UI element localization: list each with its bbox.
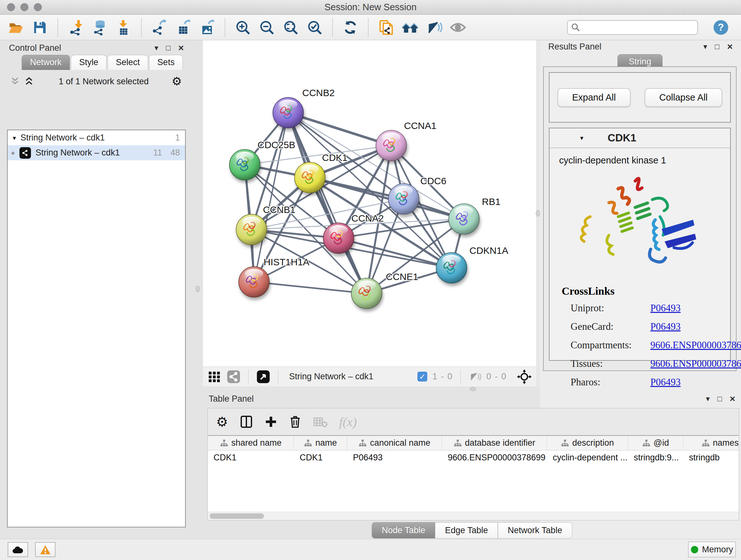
table-cell[interactable]: cyclin-dependent ...	[547, 450, 628, 465]
network-node-CDKN1A[interactable]	[436, 253, 467, 283]
collection-expand-icon[interactable]: ▾	[13, 134, 16, 142]
table-cell[interactable]: 9606.ENSP00000378699	[442, 450, 547, 465]
close-window-icon[interactable]	[7, 3, 15, 11]
network-collection-row[interactable]: ▾ String Network – cdk1 1	[8, 130, 185, 145]
export-network-icon[interactable]	[151, 19, 167, 36]
network-node-CDK1[interactable]	[294, 162, 325, 193]
results-panel-float-icon[interactable]: □	[715, 42, 720, 51]
column-header-@id[interactable]: @id	[628, 436, 683, 450]
window-controls[interactable]	[7, 3, 42, 11]
network-node-CCNA1[interactable]	[376, 130, 407, 161]
gene-expand-icon[interactable]: ▾	[580, 134, 583, 142]
table-panel-collapse-icon[interactable]: ▾	[706, 394, 710, 403]
table-cell[interactable]: P06493	[347, 450, 442, 465]
node-table[interactable]: shared namenamecanonical namedatabase id…	[208, 435, 739, 512]
network-edge[interactable]	[288, 113, 391, 145]
network-node-CCNB1[interactable]	[236, 214, 267, 245]
zoom-selected-icon[interactable]	[307, 19, 323, 36]
birds-eye-grid-icon[interactable]	[207, 370, 221, 384]
results-panel-close-icon[interactable]: ×	[727, 41, 733, 52]
search-input[interactable]	[583, 22, 694, 32]
results-panel-collapse-icon[interactable]: ▾	[703, 42, 707, 51]
network-canvas[interactable]: CCNB2CCNA1CDC25BCDK1CDC6RB1CCNB1CCNA2CDK…	[203, 40, 536, 367]
zoom-in-icon[interactable]	[234, 19, 251, 36]
crosslink-link[interactable]: P06493	[650, 376, 730, 388]
import-network-file-icon[interactable]	[67, 19, 84, 36]
crosslink-link[interactable]: 9606.ENSP00000378699	[650, 339, 741, 351]
tab-node-table[interactable]: Node Table	[372, 522, 435, 539]
table-cell[interactable]: CDK1	[294, 450, 347, 465]
string-panel-toggle-icon[interactable]	[226, 370, 241, 384]
table-settings-gear-icon[interactable]: ⚙	[216, 414, 228, 430]
minimize-window-icon[interactable]	[20, 3, 28, 11]
expand-all-button[interactable]: Expand All	[557, 88, 630, 107]
collapse-all-button[interactable]: Collapse All	[645, 88, 723, 107]
import-table-file-icon[interactable]	[115, 19, 132, 36]
tab-select[interactable]: Select	[108, 55, 148, 70]
column-header-namespace[interactable]: namespace	[683, 436, 739, 450]
table-cell[interactable]: CDK1	[208, 450, 294, 465]
tab-sets[interactable]: Sets	[149, 55, 183, 70]
cloud-button[interactable]	[8, 542, 28, 557]
show-all-eye-icon[interactable]	[450, 19, 466, 36]
open-session-icon[interactable]	[8, 19, 24, 36]
selected-checkbox-icon[interactable]: ✓	[417, 372, 427, 381]
add-column-icon[interactable]	[265, 415, 277, 428]
left-splitter-handle[interactable]	[196, 286, 200, 292]
network-row-selected[interactable]: ● String Network – cdk1 11 48	[8, 145, 185, 160]
tab-network-table[interactable]: Network Table	[498, 522, 572, 539]
memory-button[interactable]: Memory	[688, 542, 736, 557]
zoom-fit-icon[interactable]	[282, 19, 299, 36]
table-panel-float-icon[interactable]: □	[718, 394, 722, 403]
table-cell[interactable]: stringdb:9...	[628, 450, 683, 465]
hide-selected-eye-icon[interactable]	[426, 19, 442, 36]
column-header-name[interactable]: name	[294, 436, 347, 450]
show-columns-icon[interactable]	[240, 415, 253, 428]
column-header-description[interactable]: description	[547, 436, 628, 450]
export-image-icon[interactable]	[199, 19, 215, 36]
control-panel-float-icon[interactable]: □	[166, 44, 171, 52]
open-in-new-window-icon[interactable]	[256, 370, 270, 384]
expand-all-icon[interactable]	[25, 77, 36, 86]
scrollbar-thumb[interactable]	[210, 513, 264, 519]
crosslink-link[interactable]: P06493	[650, 302, 730, 314]
network-node-CCNE1[interactable]	[351, 278, 382, 309]
table-cell[interactable]: stringdb	[683, 450, 739, 465]
network-node-HIST1H1A[interactable]	[239, 266, 269, 297]
fit-selected-crosshair-icon[interactable]	[517, 369, 532, 384]
crosslink-link[interactable]: P06493	[650, 321, 730, 332]
right-splitter-handle[interactable]	[536, 210, 540, 216]
table-horizontal-scrollbar[interactable]	[208, 512, 739, 520]
column-header-canonical-name[interactable]: canonical name	[347, 436, 442, 450]
help-button[interactable]: ?	[714, 20, 728, 35]
collapse-all-icon[interactable]	[11, 77, 22, 86]
network-node-CDC6[interactable]	[388, 184, 419, 214]
export-table-icon[interactable]	[175, 19, 192, 36]
crosslink-link[interactable]: 9606.ENSP00000378699	[650, 358, 741, 369]
table-panel-close-icon[interactable]: ×	[730, 393, 735, 404]
column-header-database-identifier[interactable]: database identifier	[442, 436, 547, 450]
control-panel-close-icon[interactable]: ×	[178, 43, 184, 53]
refresh-view-icon[interactable]	[342, 19, 359, 36]
column-header-shared-name[interactable]: shared name	[208, 436, 294, 450]
gene-section-header[interactable]: ▾ CDK1	[549, 128, 730, 148]
control-panel-collapse-icon[interactable]: ▾	[154, 44, 158, 52]
save-session-icon[interactable]	[31, 19, 48, 36]
warnings-button[interactable]	[35, 542, 56, 557]
network-node-RB1[interactable]	[449, 204, 479, 234]
network-node-CCNB2[interactable]	[273, 98, 304, 128]
tab-network[interactable]: Network	[22, 55, 70, 70]
network-node-CDC25B[interactable]	[229, 149, 260, 180]
string-import-icon[interactable]	[378, 19, 394, 36]
tab-edge-table[interactable]: Edge Table	[435, 522, 498, 539]
tab-style[interactable]: Style	[71, 55, 107, 70]
network-node-CCNA2[interactable]	[323, 223, 354, 253]
network-options-gear-icon[interactable]: ⚙	[172, 75, 182, 88]
bottom-splitter-handle[interactable]	[470, 387, 476, 391]
home-view-icon[interactable]	[402, 19, 418, 36]
zoom-window-icon[interactable]	[34, 3, 42, 11]
zoom-out-icon[interactable]	[259, 19, 275, 36]
delete-column-icon[interactable]	[289, 415, 301, 428]
search-box[interactable]	[567, 20, 698, 35]
import-network-database-icon[interactable]	[91, 19, 108, 36]
